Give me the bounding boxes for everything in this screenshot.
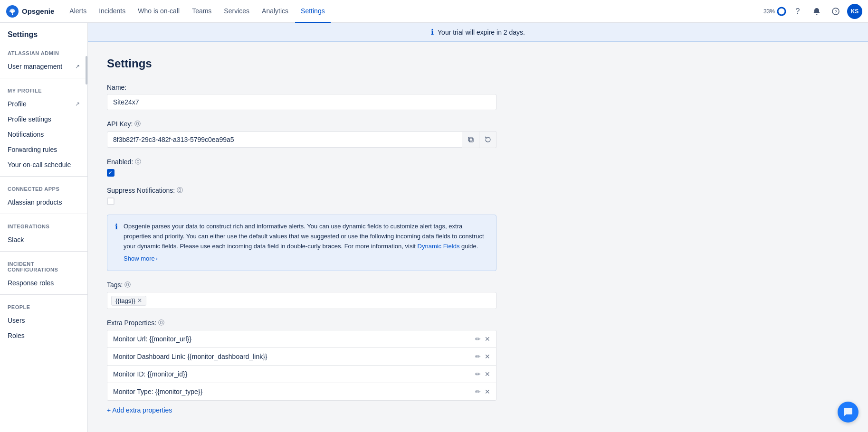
sidebar-item-profile-settings[interactable]: Profile settings (0, 112, 87, 127)
sidebar-label-response-roles: Response roles (8, 279, 54, 287)
tags-label: Tags: ⓪ (107, 281, 496, 289)
trial-percent: 33% (763, 8, 775, 15)
sidebar-item-users[interactable]: Users (0, 313, 87, 328)
help-docs-button[interactable]: ? (828, 4, 843, 19)
edit-prop-0-button[interactable]: ✏ (475, 335, 481, 343)
suppress-label: Suppress Notifications: ⓪ (107, 186, 496, 195)
extra-props-label: Extra Properties: ⓪ (107, 319, 496, 327)
refresh-api-key-button[interactable] (479, 131, 496, 148)
api-key-wrapper (107, 131, 496, 148)
edit-prop-1-button[interactable]: ✏ (475, 353, 481, 360)
copy-api-key-button[interactable] (462, 131, 479, 148)
sidebar-section-integrations: INTEGRATIONS (0, 218, 87, 232)
sidebar-divider-3 (0, 214, 87, 214)
sidebar-item-atlassian-products[interactable]: Atlassian products (0, 195, 87, 210)
sidebar-item-response-roles[interactable]: Response roles (0, 275, 87, 291)
extra-prop-value-2: Monitor ID: {{monitor_id}} (113, 370, 187, 378)
svg-rect-7 (469, 138, 473, 142)
sidebar-item-on-call-schedule[interactable]: Your on-call schedule (0, 157, 87, 172)
info-box: ℹ Opsgenie parses your data to construct… (107, 215, 496, 271)
trial-message: Your trial will expire in 2 days. (438, 28, 525, 36)
bell-icon (813, 8, 820, 15)
sidebar-item-slack[interactable]: Slack (0, 232, 87, 247)
sidebar-item-user-management[interactable]: User management ↗ (0, 59, 87, 74)
extra-prop-row-3: Monitor Type: {{monitor_type}} ✏ ✕ (107, 383, 496, 400)
trial-badge: 33% (763, 7, 786, 16)
extra-prop-value-3: Monitor Type: {{monitor_type}} (113, 388, 202, 395)
settings-content: Settings Name: API Key: ⓪ (88, 42, 515, 432)
svg-rect-2 (12, 13, 13, 15)
extra-prop-row-1: Monitor Dashboard Link: {{monitor_dashbo… (107, 348, 496, 366)
enabled-label: Enabled: ⓪ (107, 158, 496, 166)
refresh-icon (485, 136, 491, 143)
sidebar-label-on-call-schedule: Your on-call schedule (8, 161, 71, 169)
name-label: Name: (107, 84, 496, 91)
sidebar-item-forwarding-rules[interactable]: Forwarding rules (0, 142, 87, 157)
edit-prop-3-button[interactable]: ✏ (475, 388, 481, 395)
show-more-button[interactable]: Show more › (124, 254, 158, 264)
extra-prop-value-1: Monitor Dashboard Link: {{monitor_dashbo… (113, 353, 267, 360)
sidebar-label-profile: Profile (8, 100, 27, 108)
tags-help-icon[interactable]: ⓪ (124, 281, 131, 289)
topnav-link-alerts[interactable]: Alerts (64, 0, 92, 23)
enabled-checkbox[interactable] (107, 169, 114, 177)
user-avatar[interactable]: KS (847, 4, 862, 19)
delete-prop-3-button[interactable]: ✕ (485, 388, 490, 395)
topnav-links: Alerts Incidents Who is on-call Teams Se… (64, 0, 763, 23)
svg-text:?: ? (834, 9, 837, 14)
api-key-help-icon[interactable]: ⓪ (134, 120, 141, 128)
sidebar-item-profile[interactable]: Profile ↗ (0, 96, 87, 112)
topnav-right: 33% ? ? KS (763, 4, 862, 19)
sidebar-section-connected-apps: CONNECTED APPS (0, 180, 87, 195)
edit-prop-2-button[interactable]: ✏ (475, 370, 481, 378)
delete-prop-0-button[interactable]: ✕ (485, 335, 490, 343)
sidebar-label-user-management: User management (8, 63, 62, 70)
api-key-input[interactable] (107, 131, 462, 148)
topnav-link-incidents[interactable]: Incidents (93, 0, 131, 23)
chat-bubble-button[interactable] (838, 402, 858, 423)
app-logo[interactable]: Opsgenie (6, 5, 54, 18)
help-button[interactable]: ? (790, 4, 805, 19)
sidebar-section-incident-config: INCIDENT CONFIGURATIONS (0, 255, 87, 275)
sidebar-scroll-indicator (86, 56, 87, 85)
form-group-suppress: Suppress Notifications: ⓪ (107, 186, 496, 205)
sidebar-item-notifications[interactable]: Notifications (0, 127, 87, 142)
add-extra-properties-button[interactable]: + Add extra properties (107, 406, 172, 414)
sidebar-divider-5 (0, 294, 87, 295)
topnav-link-settings[interactable]: Settings (295, 0, 331, 23)
sidebar-item-roles[interactable]: Roles (0, 328, 87, 343)
layout: Settings ATLASSIAN ADMIN User management… (0, 23, 868, 432)
extra-prop-actions-0: ✏ ✕ (475, 335, 490, 343)
topnav-link-who-is-on-call[interactable]: Who is on-call (132, 0, 185, 23)
enabled-help-icon[interactable]: ⓪ (135, 158, 141, 166)
topnav-link-analytics[interactable]: Analytics (256, 0, 294, 23)
svg-point-4 (778, 8, 785, 15)
opsgenie-logo-icon (6, 5, 19, 18)
topnav: Opsgenie Alerts Incidents Who is on-call… (0, 0, 868, 23)
trial-info-icon: ℹ (431, 28, 434, 37)
delete-prop-1-button[interactable]: ✕ (485, 353, 490, 360)
sidebar-section-my-profile: MY PROFILE (0, 82, 87, 96)
extra-prop-actions-1: ✏ ✕ (475, 353, 490, 360)
tags-input[interactable]: {{tags}} ✕ (107, 292, 496, 309)
delete-prop-2-button[interactable]: ✕ (485, 370, 490, 378)
topnav-link-services[interactable]: Services (218, 0, 255, 23)
tag-chip-0: {{tags}} ✕ (111, 296, 146, 306)
page-title: Settings (107, 57, 496, 70)
sidebar: Settings ATLASSIAN ADMIN User management… (0, 23, 88, 432)
suppress-help-icon[interactable]: ⓪ (177, 186, 183, 195)
topnav-link-teams[interactable]: Teams (186, 0, 217, 23)
api-key-label: API Key: ⓪ (107, 120, 496, 128)
extra-prop-row-0: Monitor Url: {{monitor_url}} ✏ ✕ (107, 330, 496, 348)
progress-icon (777, 7, 786, 16)
notifications-button[interactable] (809, 4, 824, 19)
extra-props-help-icon[interactable]: ⓪ (158, 319, 164, 327)
enabled-checkbox-row (107, 169, 496, 177)
remove-tag-0[interactable]: ✕ (137, 297, 142, 304)
svg-rect-8 (468, 137, 472, 141)
suppress-checkbox[interactable] (107, 197, 114, 205)
form-group-enabled: Enabled: ⓪ (107, 158, 496, 177)
name-input[interactable] (107, 94, 496, 110)
dynamic-fields-link[interactable]: Dynamic Fields (418, 243, 460, 250)
app-name: Opsgenie (22, 7, 54, 15)
